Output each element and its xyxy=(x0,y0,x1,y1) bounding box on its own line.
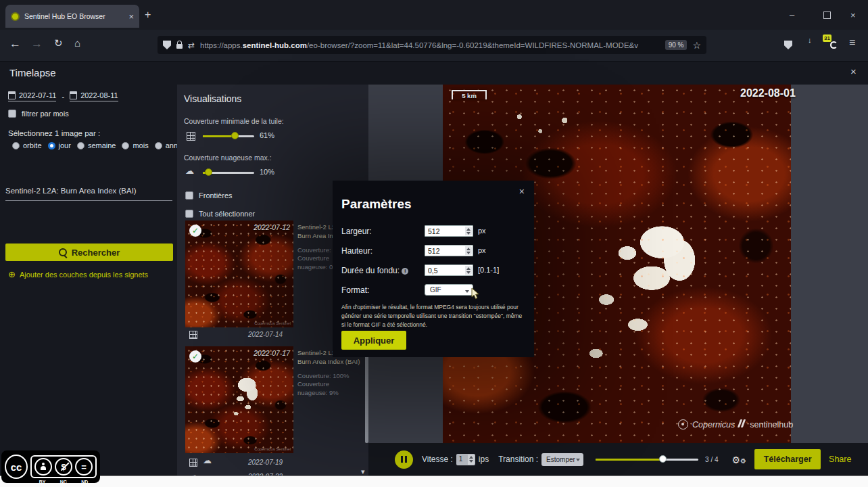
timelapse-frame-2022-07-17[interactable]: 2022-07-17 ✓ Copernicus Sentinel xyxy=(185,346,293,453)
cloud-icon: ☁ xyxy=(203,455,212,465)
menu-hamburger-icon[interactable]: ≡ xyxy=(849,37,855,49)
lock-icon[interactable] xyxy=(176,44,183,49)
radio-month[interactable]: mois xyxy=(122,141,148,149)
width-label: Largeur: xyxy=(341,227,372,236)
layer-query-text[interactable]: Sentinel-2 L2A: Burn Area Index (BAI) xyxy=(5,187,137,195)
add-layers-link[interactable]: ⊕ Ajouter des couches depuis les signets xyxy=(8,269,148,279)
cc-terms-group: $ = BYNCND xyxy=(30,455,97,478)
url-text[interactable]: https://apps.sentinel-hub.com/eo-browser… xyxy=(200,41,660,49)
player-bar: Vitesse : 1 ips Transition : Estomper 3 … xyxy=(368,443,868,476)
radio-day-label: jour xyxy=(59,141,71,149)
stepper-arrows[interactable] xyxy=(465,266,472,275)
copernicus-label[interactable]: Copernicus xyxy=(692,420,735,430)
radio-month-label: mois xyxy=(132,141,148,149)
tile-grid-icon xyxy=(189,459,197,467)
tracking-protection-shield-icon[interactable] xyxy=(163,41,171,49)
pause-button[interactable] xyxy=(395,450,413,469)
reload-icon[interactable]: ↻ xyxy=(54,37,63,49)
radio-day[interactable]: jour xyxy=(48,141,71,149)
download-button[interactable]: Télécharger xyxy=(754,449,821,469)
map-scale-bar: 5 km xyxy=(452,90,487,99)
speed-unit: ips xyxy=(479,455,489,464)
date-separator: - xyxy=(62,93,64,101)
satellite-image-texture xyxy=(185,221,293,327)
page-zoom-badge[interactable]: 90 % xyxy=(665,40,688,50)
search-button[interactable]: Rechercher xyxy=(5,244,173,261)
chevron-down-icon xyxy=(465,290,469,293)
filter-by-month-checkbox[interactable] xyxy=(8,110,16,118)
date-from-picker[interactable]: 2022-07-11 xyxy=(8,91,56,101)
browser-titlebar: Sentinel Hub EO Browser × + – × xyxy=(0,0,868,30)
height-input[interactable] xyxy=(425,246,467,256)
settings-modal: × Paramètres Largeur: px Hauteur: px Dur… xyxy=(333,181,534,357)
apply-button-label: Appliquer xyxy=(354,335,395,346)
frame-selected-check-icon[interactable]: ✓ xyxy=(189,350,201,363)
stepper-arrows[interactable] xyxy=(465,246,472,255)
slider-knob[interactable] xyxy=(231,132,239,139)
protections-shield-icon[interactable] xyxy=(784,41,792,49)
timeline-slider[interactable] xyxy=(596,459,698,461)
select-all-checkbox[interactable] xyxy=(185,210,193,218)
select-one-image-label: Sélectionnez 1 image par : xyxy=(8,129,100,137)
min-tile-coverage-value: 61% xyxy=(260,131,274,139)
window-restore-button[interactable] xyxy=(823,11,831,19)
radio-week[interactable]: semaine xyxy=(77,141,116,149)
search-button-label: Rechercher xyxy=(72,248,120,258)
format-note: Afin d'optimiser le résultat, le format … xyxy=(341,303,525,329)
speed-value: 1 xyxy=(459,455,463,463)
browser-tab[interactable]: Sentinel Hub EO Browser × xyxy=(5,5,139,28)
modal-title: Paramètres xyxy=(341,197,412,212)
cc-nc-icon: $ xyxy=(55,458,72,476)
height-unit: px xyxy=(478,246,486,254)
width-input[interactable] xyxy=(425,226,467,236)
tab-title: Sentinel Hub EO Browser xyxy=(24,12,124,20)
max-cloud-slider[interactable] xyxy=(203,172,254,174)
window-minimize-button[interactable]: – xyxy=(790,9,794,20)
stepper-arrows[interactable] xyxy=(465,227,472,235)
select-all-row: Tout sélectionner xyxy=(185,210,255,218)
sentinelhub-label[interactable]: sentinelhub xyxy=(750,420,793,430)
cloud-icon: ☁ xyxy=(185,166,194,176)
speed-stepper[interactable]: 1 xyxy=(456,454,475,465)
height-field[interactable] xyxy=(425,245,473,256)
radio-icon xyxy=(155,142,162,149)
date-range-row: 2022-07-11 - 2022-08-11 xyxy=(8,91,118,101)
fade-label: Durée du fondu: i xyxy=(341,266,408,275)
tab-close-icon[interactable]: × xyxy=(128,11,134,22)
radio-orbit-label: orbite xyxy=(23,141,42,149)
radio-orbit[interactable]: orbite xyxy=(12,141,42,149)
transition-select[interactable]: Estomper xyxy=(541,453,583,466)
timeline-knob[interactable] xyxy=(659,455,667,463)
frame-watermark: Copernicus Sentinel xyxy=(254,321,291,325)
fade-field[interactable] xyxy=(425,264,473,276)
url-bar[interactable]: ⇄ https://apps.sentinel-hub.com/eo-brows… xyxy=(158,36,706,54)
home-icon[interactable]: ⌂ xyxy=(74,37,80,49)
frame-selected-check-icon[interactable]: ✓ xyxy=(189,225,201,237)
back-icon[interactable]: ← xyxy=(9,37,21,51)
apply-button[interactable]: Appliquer xyxy=(341,331,406,350)
info-icon[interactable]: i xyxy=(402,268,408,275)
frame-row-2022-07-14[interactable]: 2022-07-14 xyxy=(248,331,283,338)
bookmark-star-icon[interactable]: ☆ xyxy=(692,40,701,51)
forward-icon[interactable]: → xyxy=(31,37,43,51)
window-close-button[interactable]: × xyxy=(850,10,856,20)
slider-knob[interactable] xyxy=(205,168,212,176)
timelapse-close-icon[interactable]: × xyxy=(850,66,857,77)
date-to-picker[interactable]: 2022-08-11 xyxy=(70,91,118,101)
timelapse-frame-2022-07-12[interactable]: 2022-07-12 ✓ Copernicus Sentinel xyxy=(185,221,293,327)
permissions-swap-icon[interactable]: ⇄ xyxy=(188,41,195,50)
stepper-arrows[interactable] xyxy=(468,455,475,465)
modal-close-icon[interactable]: × xyxy=(519,186,525,197)
borders-checkbox[interactable] xyxy=(185,191,193,200)
sentinel-hub-favicon xyxy=(11,12,20,21)
share-link[interactable]: Share xyxy=(829,455,851,464)
frame-layer: Burn Area Index (BAI) xyxy=(297,358,372,367)
url-path: /eo-browser/?zoom=11&lat=44.50776&lng=-0… xyxy=(307,41,638,49)
min-tile-slider[interactable] xyxy=(203,135,254,137)
new-tab-button[interactable]: + xyxy=(145,9,151,21)
format-select[interactable]: GIF xyxy=(425,284,473,296)
select-all-label: Tout sélectionner xyxy=(199,210,255,218)
fade-input[interactable] xyxy=(425,265,467,275)
frame-row-2022-07-19[interactable]: 2022-07-19 xyxy=(248,459,283,466)
width-field[interactable] xyxy=(425,225,473,237)
